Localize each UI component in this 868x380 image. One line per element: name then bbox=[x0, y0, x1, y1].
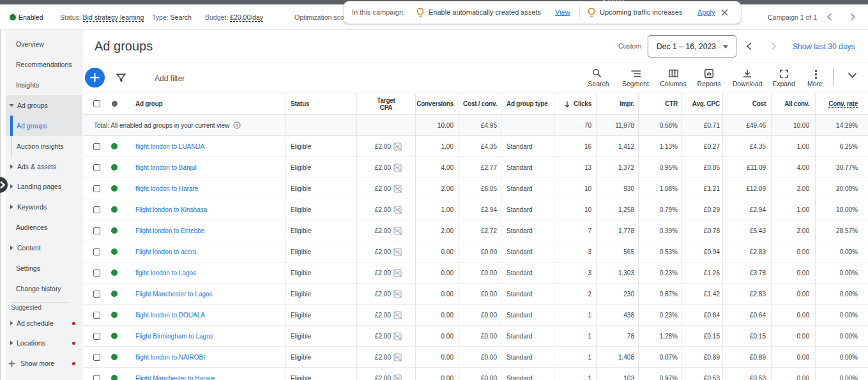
svg-text:?: ? bbox=[236, 123, 239, 128]
